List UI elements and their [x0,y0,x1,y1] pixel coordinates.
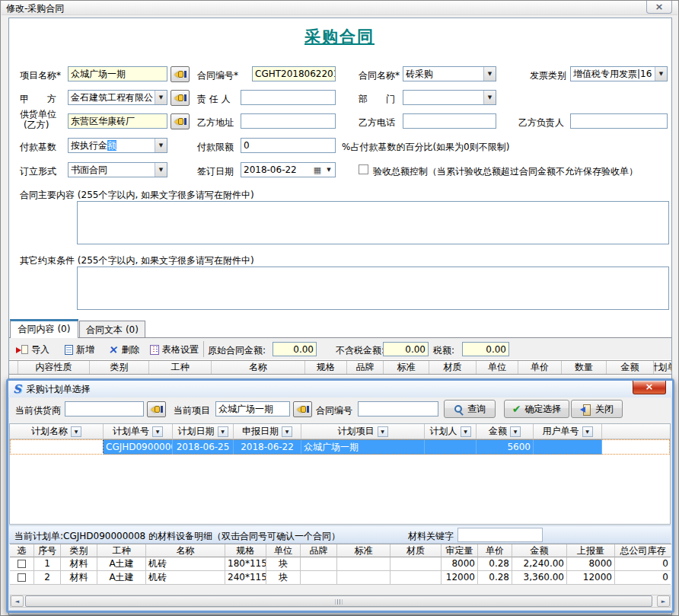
current-project-field[interactable]: 众城广场一期 [215,401,290,417]
filter-chevron-icon[interactable]: ▼ [461,426,471,437]
plan-header-cell[interactable]: 计划人▼ [425,424,477,439]
table-settings-button[interactable]: 表格设置 [147,341,202,358]
plan-cell-number[interactable]: CGJHD090000008 [104,439,173,455]
chevron-down-icon[interactable]: ▼ [483,91,496,104]
close-button[interactable]: 关闭 [571,400,623,418]
plan-header-cell[interactable]: 用户单号▼ [534,424,602,439]
dialog-titlebar[interactable]: S 采购计划单选择 [8,381,672,397]
plan-cell-user-no[interactable] [534,439,602,455]
main-titlebar[interactable]: 修改-采购合同 [2,1,677,15]
page-title: 采购合同 [1,26,678,47]
other-terms-textarea[interactable] [77,267,669,310]
plan-header-cell[interactable]: 计划日期▼ [173,424,234,439]
plan-cell-planner[interactable] [425,439,477,455]
chevron-down-icon[interactable]: ▼ [155,91,167,104]
filter-chevron-icon[interactable]: ▼ [218,426,228,437]
search-icon [454,404,464,414]
filter-chevron-icon[interactable]: ▼ [71,426,81,437]
cell-category: 材料 [61,571,97,585]
acceptance-control-checkbox[interactable] [359,164,368,174]
scroll-left-icon[interactable]: ◄ [11,595,24,607]
material-keyword-field[interactable] [457,528,543,542]
detail-band: 当前计划单:CGJHD090000008 的材料设备明细（双击合同号可确认一个合… [9,525,671,544]
chevron-down-icon[interactable]: ▼ [155,163,167,177]
tab-contract-items[interactable]: 合同内容 (0) [10,319,78,338]
original-amount-label: 原始合同金额: [208,344,266,357]
tax-amount-field[interactable]: 0.00 [462,342,509,356]
project-name-field[interactable]: 众城广场一期 [68,66,167,81]
close-icon[interactable]: × [646,1,672,14]
tab-contract-text[interactable]: 合同文本 (0) [79,321,145,337]
hand-pointer-icon [151,405,163,413]
row-checkbox[interactable] [18,560,26,568]
plan-row-selected[interactable]: CGJHD090000008 2018-06-25 2018-06-22 众城广… [10,439,670,455]
current-supplier-field[interactable] [65,401,144,417]
invoice-type-combo[interactable]: 增值税专用发票|16▼ [570,66,668,81]
filter-chevron-icon[interactable]: ▼ [282,426,292,437]
project-picker-button[interactable] [171,66,190,82]
no-tax-amount-field[interactable]: 0.00 [383,342,429,356]
party-a-picker-button[interactable] [171,90,190,106]
toolbar-separator [203,341,204,357]
chevron-down-icon[interactable]: ▼ [655,67,667,81]
conclude-form-combo[interactable]: 书面合同▼ [68,162,167,177]
materials-row[interactable]: 2 材料 A土建 机砖 240*115* 块 12000 0.28 3,360.… [10,571,671,585]
query-button[interactable]: 查询 [444,400,496,418]
filter-chevron-icon[interactable]: ▼ [378,426,388,437]
horizontal-scrollbar[interactable]: ◄ ► [10,595,671,608]
plan-header-cell[interactable]: 计划项目▼ [301,424,425,439]
contract-name-combo[interactable]: 砖采购▼ [403,66,496,81]
filter-chevron-icon[interactable]: ▼ [152,426,163,437]
responsible-field[interactable] [241,90,336,105]
contract-no-filter-field[interactable] [358,401,438,417]
party-b-address-field[interactable] [241,113,336,129]
plan-cell-name[interactable] [10,439,104,455]
responsible-label: 责 任 人 [197,93,231,106]
plan-header-cell[interactable]: 计划名称▼ [10,424,104,439]
filter-chevron-icon[interactable]: ▼ [510,426,521,437]
dialog-close-icon[interactable]: × [633,381,666,394]
chevron-down-icon[interactable]: ▼ [155,139,167,152]
plan-header-cell[interactable]: 计划单号▼ [104,424,173,439]
supplier-picker-button[interactable] [171,113,190,129]
contract-no-field[interactable]: CGHT2018062201 [252,66,336,81]
row-checkbox[interactable] [18,573,26,582]
cell-material [391,557,442,571]
add-button[interactable]: 新增 [62,341,97,358]
filter-chevron-icon[interactable]: ▼ [582,426,593,437]
material-keyword-label: 材料关键字 [408,530,454,543]
supplier-field[interactable]: 东营区华康砖厂 [68,113,167,129]
plan-cell-plan-date[interactable]: 2018-06-25 [173,439,234,455]
plan-cell-amount[interactable]: 5600 [477,439,534,455]
cell-reported-qty: 12000 [567,571,615,585]
materials-header-cell: 金额 [512,544,567,557]
plan-grid: 计划名称▼ 计划单号▼ 计划日期▼ 申报日期▼ 计划项目▼ 计划人▼ 金额▼ 用… [9,423,671,525]
scrollbar-thumb[interactable] [25,595,652,607]
department-combo[interactable]: ▼ [403,90,496,105]
plan-header-cell[interactable]: 申报日期▼ [234,424,301,439]
pay-base-combo[interactable]: 按执行金额▼ [68,138,167,153]
scroll-right-icon[interactable]: ► [657,595,670,607]
original-amount-field[interactable]: 0.00 [273,342,317,356]
plan-cell-report-date[interactable]: 2018-06-22 [234,439,301,455]
materials-row[interactable]: 1 材料 A土建 机砖 180*115* 块 8000 0.28 2,240.0… [10,557,671,571]
chevron-down-icon[interactable]: ▼ [323,163,335,177]
main-content-textarea[interactable] [77,201,669,244]
plan-cell-project[interactable]: 众城广场一期 [301,439,425,455]
import-button[interactable]: 导入 [13,341,53,358]
party-b-phone-field[interactable] [403,113,496,129]
confirm-select-button[interactable]: ✔确定选择 [504,400,569,418]
cell-unit: 块 [266,571,301,585]
chevron-down-icon[interactable]: ▼ [483,67,496,81]
party-a-combo[interactable]: 金石建筑工程有限公▼ [68,90,167,105]
supplier-picker-button[interactable] [147,401,166,417]
materials-header-cell: 总公司库存 [615,544,671,557]
contract-no-label: 合同编号 [316,404,352,417]
row-indicator-column [9,361,18,374]
plan-header-cell[interactable]: 金额▼ [477,424,534,439]
delete-button[interactable]: ×删除 [106,341,143,358]
party-b-manager-field[interactable] [570,113,668,129]
sign-date-field[interactable]: 2018-06-22▦▼ [241,162,336,177]
project-picker-button[interactable] [293,401,312,417]
pay-limit-field[interactable]: 0 [241,138,336,153]
